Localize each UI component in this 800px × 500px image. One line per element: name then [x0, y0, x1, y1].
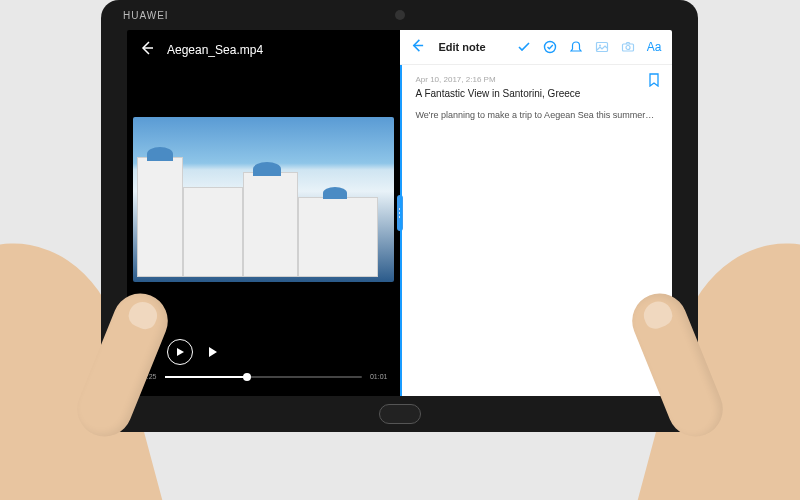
- device-brand: HUAWEI: [123, 10, 169, 21]
- video-controls: 00:25 01:01: [127, 329, 400, 396]
- split-screen: Aegean_Sea.mp4: [127, 30, 672, 396]
- notes-header-title: Edit note: [433, 41, 509, 53]
- video-viewport[interactable]: [127, 70, 400, 329]
- play-button[interactable]: [167, 339, 193, 365]
- video-player-pane: Aegean_Sea.mp4: [127, 30, 400, 396]
- seek-fill: [165, 376, 248, 378]
- front-camera: [395, 10, 405, 20]
- next-track-icon[interactable]: [207, 345, 221, 359]
- home-button[interactable]: [379, 404, 421, 424]
- back-arrow-icon[interactable]: [139, 40, 155, 60]
- note-body-text[interactable]: We're planning to make a trip to Aegean …: [416, 109, 659, 122]
- bookmark-icon[interactable]: [648, 73, 660, 90]
- video-file-name: Aegean_Sea.mp4: [167, 43, 263, 57]
- svg-point-2: [545, 42, 556, 53]
- note-title[interactable]: A Fantastic View in Santorini, Greece: [416, 88, 659, 99]
- notes-back-icon[interactable]: [410, 38, 425, 56]
- svg-point-6: [626, 46, 630, 50]
- seek-bar[interactable]: [165, 376, 362, 378]
- transport-controls: [139, 339, 388, 365]
- timeline: 00:25 01:01: [139, 373, 388, 380]
- seek-knob[interactable]: [243, 373, 251, 381]
- text-format-button[interactable]: Aa: [646, 39, 662, 55]
- notes-header: Edit note: [400, 30, 673, 65]
- todo-icon[interactable]: [542, 39, 558, 55]
- note-timestamp: Apr 10, 2017, 2:16 PM: [416, 75, 659, 84]
- video-frame: [133, 117, 394, 282]
- tablet-frame: HUAWEI Aegean_Sea.mp4: [101, 0, 698, 432]
- image-icon[interactable]: [594, 39, 610, 55]
- notes-pane: Edit note: [400, 30, 673, 396]
- notes-toolbar: Aa: [516, 39, 662, 55]
- camera-icon[interactable]: [620, 39, 636, 55]
- video-header: Aegean_Sea.mp4: [127, 30, 400, 70]
- notes-editor[interactable]: Apr 10, 2017, 2:16 PM A Fantastic View i…: [400, 65, 673, 396]
- total-time: 01:01: [370, 373, 388, 380]
- reminder-bell-icon[interactable]: [568, 39, 584, 55]
- checkmark-icon[interactable]: [516, 39, 532, 55]
